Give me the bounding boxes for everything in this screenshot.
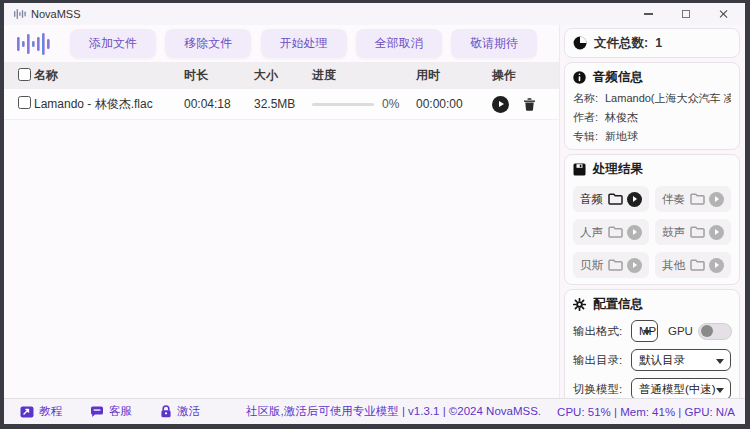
file-duration: 00:04:18 xyxy=(184,97,254,111)
output-dir-value: 默认目录 xyxy=(639,353,685,368)
floppy-disk-icon xyxy=(573,163,586,176)
audio-artist-value: 林俊杰 xyxy=(605,111,638,124)
audio-name-value: Lamando(上海大众汽车 凌渡特别… xyxy=(605,92,731,105)
result-label: 音频 xyxy=(580,192,603,207)
audio-album-value: 新地球 xyxy=(605,130,638,143)
header-name: 名称 xyxy=(34,67,184,84)
pie-chart-icon xyxy=(573,36,587,50)
cancel-all-button[interactable]: 全部取消 xyxy=(356,29,442,58)
chat-bubble-icon xyxy=(90,406,104,418)
file-count-label: 文件总数: xyxy=(594,35,648,52)
system-stats-text: CPU: 51% | Mem: 41% | GPU: N/A xyxy=(557,406,735,418)
header-progress: 进度 xyxy=(312,67,416,84)
header-size: 大小 xyxy=(254,67,312,84)
header-duration: 时长 xyxy=(184,67,254,84)
model-value: 普通模型(中速) xyxy=(639,382,716,397)
folder-icon[interactable] xyxy=(690,226,705,238)
file-elapsed: 00:00:00 xyxy=(416,97,492,111)
add-file-button[interactable]: 添加文件 xyxy=(70,29,156,58)
window-title: NovaMSS xyxy=(31,8,81,20)
tutorial-icon xyxy=(20,406,34,418)
file-count-card: 文件总数: 1 xyxy=(564,28,740,58)
maximize-button[interactable] xyxy=(679,7,693,21)
lock-icon xyxy=(160,405,172,418)
info-icon xyxy=(573,71,586,84)
chevron-down-icon xyxy=(716,388,724,393)
play-icon[interactable] xyxy=(627,258,642,273)
play-icon[interactable] xyxy=(627,225,642,240)
gear-icon xyxy=(573,298,586,311)
output-dir-select[interactable]: 默认目录 xyxy=(631,349,731,371)
tutorial-label: 教程 xyxy=(39,404,62,419)
app-window: NovaMSS xyxy=(4,3,745,424)
main-area: 添加文件 移除文件 开始处理 全部取消 敬请期待 名称 时长 大小 进度 用时 … xyxy=(4,25,559,398)
folder-icon[interactable] xyxy=(690,193,705,205)
gpu-toggle[interactable] xyxy=(698,323,732,340)
results-title: 处理结果 xyxy=(593,161,643,178)
toolbar: 添加文件 移除文件 开始处理 全部取消 敬请期待 xyxy=(4,25,559,62)
coming-soon-button[interactable]: 敬请期待 xyxy=(451,29,537,58)
result-accompaniment: 伴奏 xyxy=(655,186,731,212)
select-all-checkbox[interactable] xyxy=(18,68,31,81)
result-label: 人声 xyxy=(580,225,603,240)
result-other: 其他 xyxy=(655,252,731,278)
support-link[interactable]: 客服 xyxy=(90,404,132,419)
result-label: 鼓声 xyxy=(662,225,685,240)
app-logo-icon xyxy=(14,9,26,19)
results-card: 处理结果 音频 伴奏 人声 xyxy=(564,154,740,285)
minimize-button[interactable] xyxy=(641,7,655,21)
output-dir-label: 输出目录: xyxy=(573,353,631,368)
file-count-value: 1 xyxy=(655,36,662,50)
result-label: 其他 xyxy=(662,258,685,273)
header-operations: 操作 xyxy=(492,67,556,84)
file-size: 32.5MB xyxy=(254,97,312,111)
folder-icon[interactable] xyxy=(608,193,623,205)
result-audio: 音频 xyxy=(573,186,649,212)
result-bass: 贝斯 xyxy=(573,252,649,278)
row-play-button[interactable] xyxy=(492,96,509,113)
output-format-select[interactable]: MP3 xyxy=(631,320,658,342)
model-select[interactable]: 普通模型(中速) xyxy=(631,378,731,400)
activate-link[interactable]: 激活 xyxy=(160,404,200,419)
header-elapsed: 用时 xyxy=(416,67,492,84)
file-name: Lamando - 林俊杰.flac xyxy=(34,96,184,113)
folder-icon[interactable] xyxy=(690,259,705,271)
chevron-down-icon xyxy=(643,330,651,335)
config-title: 配置信息 xyxy=(593,296,643,313)
remove-file-button[interactable]: 移除文件 xyxy=(165,29,251,58)
row-delete-icon[interactable] xyxy=(523,97,536,111)
folder-icon[interactable] xyxy=(608,259,623,271)
output-format-label: 输出格式: xyxy=(573,324,631,339)
chevron-down-icon xyxy=(716,359,724,364)
table-row: Lamando - 林俊杰.flac 00:04:18 32.5MB 0% 00… xyxy=(4,89,559,120)
waveform-logo-icon xyxy=(16,31,50,57)
play-icon[interactable] xyxy=(709,258,724,273)
activate-label: 激活 xyxy=(177,404,200,419)
result-vocals: 人声 xyxy=(573,219,649,245)
file-table-header: 名称 时长 大小 进度 用时 操作 xyxy=(4,62,559,89)
results-grid: 音频 伴奏 人声 鼓声 xyxy=(573,186,731,278)
gpu-label: GPU xyxy=(668,325,693,337)
result-label: 伴奏 xyxy=(662,192,685,207)
close-button[interactable] xyxy=(717,7,731,21)
screenshot-frame: NovaMSS xyxy=(0,0,750,429)
result-drums: 鼓声 xyxy=(655,219,731,245)
folder-icon[interactable] xyxy=(608,226,623,238)
model-label: 切换模型: xyxy=(573,382,631,397)
audio-info-title: 音频信息 xyxy=(593,69,643,86)
result-label: 贝斯 xyxy=(580,258,603,273)
row-checkbox[interactable] xyxy=(18,96,31,109)
play-icon[interactable] xyxy=(709,192,724,207)
support-label: 客服 xyxy=(109,404,132,419)
start-processing-button[interactable]: 开始处理 xyxy=(261,29,347,58)
audio-name-label: 名称: xyxy=(573,92,605,105)
right-panel: 文件总数: 1 音频信息 名称:Lamando(上海大众汽车 凌渡特别… 作者: xyxy=(559,25,745,398)
progress-bar xyxy=(312,103,374,106)
play-icon[interactable] xyxy=(627,192,642,207)
audio-album-label: 专辑: xyxy=(573,130,605,143)
statusbar: 教程 客服 xyxy=(4,398,745,424)
audio-info-card: 音频信息 名称:Lamando(上海大众汽车 凌渡特别… 作者:林俊杰 专辑:新… xyxy=(564,62,740,150)
tutorial-link[interactable]: 教程 xyxy=(20,404,62,419)
play-icon[interactable] xyxy=(709,225,724,240)
titlebar: NovaMSS xyxy=(4,3,745,25)
